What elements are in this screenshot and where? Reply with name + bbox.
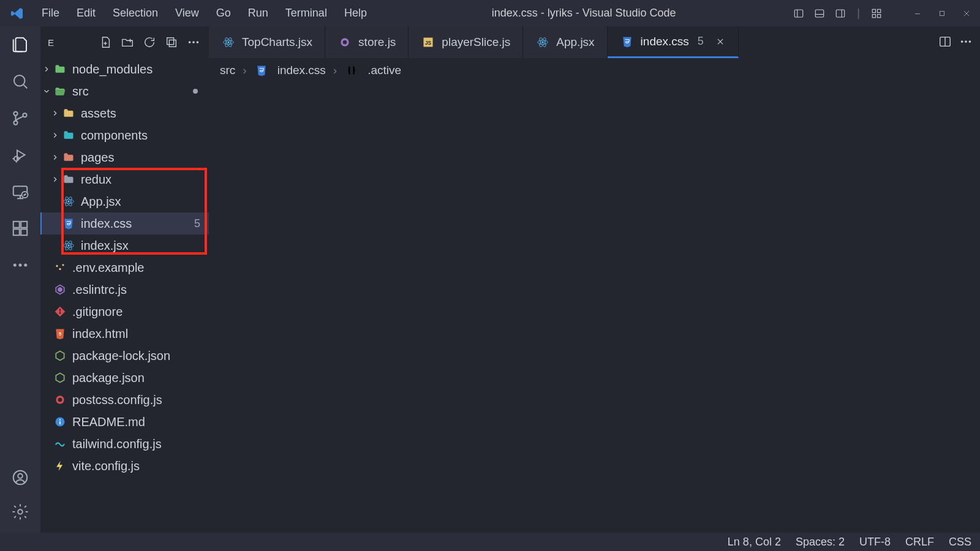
tree-item-label: components: [81, 129, 148, 143]
postcss-icon: [53, 392, 67, 407]
menu-file[interactable]: File: [33, 4, 68, 22]
folder-icon: [53, 62, 67, 77]
breadcrumb-segment[interactable]: .active: [368, 64, 401, 77]
tree-item-label: index.jsx: [81, 239, 129, 253]
tab-topcharts[interactable]: TopCharts.jsx: [209, 26, 325, 58]
tailwind-icon: [53, 437, 67, 451]
customize-layout-icon[interactable]: [870, 7, 883, 20]
maximize-button[interactable]: [933, 5, 951, 22]
chevron-right-icon[interactable]: [49, 153, 61, 162]
toggle-panel-icon[interactable]: [813, 7, 826, 20]
chevron-right-icon[interactable]: [49, 109, 61, 118]
menu-selection[interactable]: Selection: [104, 4, 167, 22]
menu-run[interactable]: Run: [239, 4, 277, 22]
vite-icon: [53, 459, 67, 473]
menu-go[interactable]: Go: [208, 4, 239, 22]
tree-file-env-example[interactable]: .env.example: [40, 257, 209, 279]
status-encoding[interactable]: UTF-8: [859, 536, 891, 549]
tree-folder-src[interactable]: src: [40, 80, 209, 102]
titlebar: File Edit Selection View Go Run Terminal…: [0, 0, 980, 26]
nodejs-icon: [53, 370, 67, 385]
collapse-folders-icon[interactable]: [161, 32, 182, 53]
activity-search-icon[interactable]: [10, 72, 30, 91]
chevron-right-icon: ›: [333, 64, 337, 77]
folder-open-icon: [53, 84, 67, 99]
status-language[interactable]: CSS: [949, 536, 971, 549]
tree-file-index-html[interactable]: index.html: [40, 323, 209, 345]
toggle-secondary-sidebar-icon[interactable]: [834, 7, 847, 20]
tree-file-index-jsx[interactable]: index.jsx: [40, 234, 209, 257]
chevron-right-icon: ›: [243, 64, 246, 77]
window-controls: |: [792, 5, 975, 22]
breadcrumb-segment[interactable]: index.css: [277, 64, 326, 77]
tab-label: store.js: [358, 36, 396, 49]
explorer-more-icon[interactable]: [183, 32, 204, 53]
tab-store[interactable]: store.js: [325, 26, 409, 58]
menu-view[interactable]: View: [167, 4, 208, 22]
tab-playerslice[interactable]: playerSlice.js: [409, 26, 523, 58]
menu-edit[interactable]: Edit: [68, 4, 104, 22]
react-icon: [535, 35, 550, 50]
minimize-button[interactable]: [909, 5, 926, 22]
split-editor-icon[interactable]: [938, 35, 952, 50]
status-cursor-position[interactable]: Ln 8, Col 2: [728, 536, 781, 549]
tree-folder-node-modules[interactable]: node_modules: [40, 58, 209, 80]
statusbar: Ln 8, Col 2 Spaces: 2 UTF-8 CRLF CSS: [0, 533, 980, 551]
redux-icon: [337, 35, 352, 50]
tree-item-label: index.css: [81, 217, 132, 231]
activity-run-debug-icon[interactable]: [10, 145, 30, 165]
breadcrumb[interactable]: src › index.css › .active: [209, 58, 980, 83]
tree-item-label: package.json: [72, 371, 145, 385]
new-file-icon[interactable]: [95, 32, 116, 53]
activity-remote-icon[interactable]: [10, 182, 30, 201]
js-icon: [421, 35, 435, 50]
editor-actions: [931, 35, 980, 50]
chevron-right-icon[interactable]: [49, 131, 61, 140]
breadcrumb-segment[interactable]: src: [220, 64, 235, 77]
tree-folder-components[interactable]: components: [40, 124, 209, 146]
more-actions-icon[interactable]: [959, 35, 973, 50]
tree-file-package-json[interactable]: package.json: [40, 367, 209, 389]
activity-settings-icon[interactable]: [10, 502, 30, 522]
status-eol[interactable]: CRLF: [905, 536, 934, 549]
close-window-button[interactable]: [958, 5, 975, 22]
new-folder-icon[interactable]: [117, 32, 138, 53]
tree-folder-pages[interactable]: pages: [40, 146, 209, 168]
tree-item-label: README.md: [72, 415, 145, 429]
chevron-down-icon[interactable]: [40, 87, 53, 96]
tab-indexcss[interactable]: index.css 5: [608, 26, 739, 58]
menu-terminal[interactable]: Terminal: [277, 4, 336, 22]
tab-close-button[interactable]: [715, 36, 726, 47]
problems-count: 5: [194, 217, 200, 230]
chevron-right-icon[interactable]: [40, 65, 53, 73]
activity-explorer-icon[interactable]: [10, 35, 30, 54]
activity-extensions-icon[interactable]: [10, 219, 30, 238]
activity-overflow-icon[interactable]: [10, 255, 30, 275]
activity-source-control-icon[interactable]: [10, 108, 30, 128]
explorer-sidebar: E node_modules src: [40, 26, 209, 533]
refresh-explorer-icon[interactable]: [139, 32, 160, 53]
activity-accounts-icon[interactable]: [10, 468, 30, 487]
editor-body[interactable]: [209, 83, 980, 533]
tree-file-tailwind[interactable]: tailwind.config.js: [40, 433, 209, 455]
status-indentation[interactable]: Spaces: 2: [796, 536, 845, 549]
menubar: File Edit Selection View Go Run Terminal…: [33, 4, 375, 22]
tree-file-index-css[interactable]: index.css 5: [40, 212, 209, 234]
tab-app[interactable]: App.jsx: [523, 26, 607, 58]
tree-file-gitignore[interactable]: .gitignore: [40, 301, 209, 323]
tree-file-readme[interactable]: README.md: [40, 411, 209, 433]
tree-file-app-jsx[interactable]: App.jsx: [40, 190, 209, 212]
tree-file-eslintrc[interactable]: .eslintrc.js: [40, 279, 209, 301]
explorer-header: E: [40, 26, 209, 58]
tab-problems-count: 5: [698, 35, 704, 48]
tree-file-postcss[interactable]: postcss.config.js: [40, 389, 209, 411]
explorer-tree[interactable]: node_modules src assets components: [40, 58, 209, 533]
tree-file-package-lock[interactable]: package-lock.json: [40, 345, 209, 367]
menu-help[interactable]: Help: [336, 4, 375, 22]
curly-braces-icon: [344, 63, 359, 78]
tree-folder-assets[interactable]: assets: [40, 102, 209, 124]
chevron-right-icon[interactable]: [49, 175, 61, 184]
tree-folder-redux[interactable]: redux: [40, 168, 209, 190]
toggle-primary-sidebar-icon[interactable]: [792, 7, 805, 20]
tree-file-vite[interactable]: vite.config.js: [40, 455, 209, 477]
